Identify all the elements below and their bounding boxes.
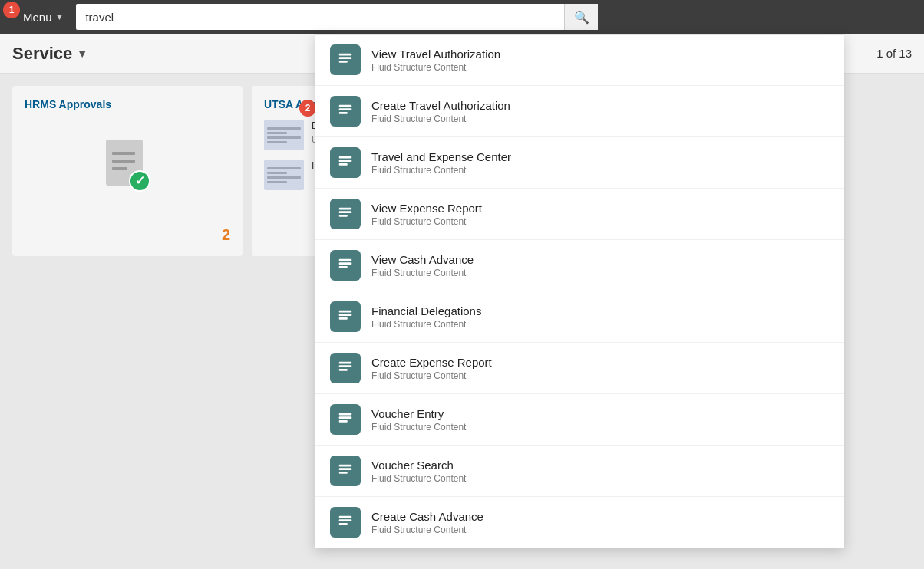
top-bar: 1 Menu ▼ 🔍	[0, 0, 924, 34]
service-title[interactable]: Service ▼	[12, 44, 87, 64]
search-input[interactable]	[76, 4, 564, 30]
item-icon-3	[330, 199, 361, 229]
svg-rect-14	[339, 160, 352, 162]
dropdown-item-8[interactable]: Voucher Search Fluid Structure Content	[315, 446, 844, 497]
svg-text:✓: ✓	[135, 174, 145, 187]
item-subtitle-2: Fluid Structure Content	[371, 165, 511, 176]
svg-rect-3	[112, 167, 127, 170]
svg-rect-36	[339, 523, 348, 525]
item-title-2: Travel and Expense Center	[371, 150, 511, 163]
dropdown-item-9[interactable]: Create Cash Advance Fluid Structure Cont…	[315, 497, 844, 548]
search-button[interactable]: 🔍	[564, 4, 598, 30]
svg-rect-29	[339, 416, 352, 419]
item-subtitle-3: Fluid Structure Content	[371, 216, 482, 227]
search-container: 🔍	[76, 4, 598, 30]
svg-rect-28	[339, 413, 352, 416]
svg-rect-32	[339, 468, 352, 470]
item-title-4: View Cash Advance	[371, 253, 474, 266]
item-subtitle-6: Fluid Structure Content	[371, 370, 492, 381]
item-text-9: Create Cash Advance Fluid Structure Cont…	[371, 510, 483, 535]
svg-rect-9	[339, 61, 348, 63]
card-number: 2	[222, 226, 230, 244]
card-icon-area: ✓	[25, 123, 230, 217]
thumb-line	[267, 176, 301, 179]
item-subtitle-9: Fluid Structure Content	[371, 525, 483, 535]
item-icon-1	[330, 96, 361, 127]
thumb-line	[267, 132, 287, 134]
dropdown-item-6[interactable]: Create Expense Report Fluid Structure Co…	[315, 343, 844, 394]
svg-rect-30	[339, 420, 348, 423]
svg-rect-23	[339, 314, 352, 316]
item-text-2: Travel and Expense Center Fluid Structur…	[371, 150, 511, 176]
thumb-line	[267, 136, 301, 139]
item-text-7: Voucher Entry Fluid Structure Content	[371, 407, 466, 433]
hrms-approvals-card: HRMS Approvals ✓ 2	[12, 86, 243, 256]
menu-button[interactable]: Menu ▼	[17, 8, 70, 27]
dropdown-item-5[interactable]: Financial Delegations Fluid Structure Co…	[315, 291, 844, 343]
item-subtitle-8: Fluid Structure Content	[371, 473, 466, 484]
item-title-0: View Travel Authorization	[371, 48, 500, 61]
badge-1: 1	[3, 2, 20, 18]
svg-rect-35	[339, 519, 352, 521]
item-text-8: Voucher Search Fluid Structure Content	[371, 459, 466, 484]
svg-rect-25	[339, 362, 352, 364]
svg-rect-21	[339, 266, 348, 268]
svg-rect-7	[339, 54, 352, 56]
item-title-9: Create Cash Advance	[371, 510, 483, 523]
item-title-3: View Expense Report	[371, 202, 482, 215]
item-icon-9	[330, 507, 361, 538]
item-icon-2	[330, 147, 361, 178]
item-title-8: Voucher Search	[371, 459, 466, 472]
svg-rect-16	[339, 208, 352, 210]
svg-rect-33	[339, 472, 348, 474]
svg-rect-19	[339, 259, 352, 261]
item-icon-0	[330, 44, 361, 75]
dropdown-item-1[interactable]: Create Travel Authorization Fluid Struct…	[315, 86, 844, 137]
item-text-1: Create Travel Authorization Fluid Struct…	[371, 99, 510, 124]
svg-rect-10	[339, 105, 352, 107]
item-icon-6	[330, 353, 361, 383]
item-subtitle-1: Fluid Structure Content	[371, 113, 510, 124]
badge-2: 2	[299, 100, 316, 117]
announcement-thumb-2	[264, 160, 304, 190]
svg-rect-22	[339, 311, 352, 313]
dropdown-item-3[interactable]: View Expense Report Fluid Structure Cont…	[315, 189, 844, 240]
menu-badge-wrapper: 1 Menu ▼	[9, 8, 70, 27]
card-title: HRMS Approvals	[25, 98, 230, 110]
svg-rect-1	[112, 152, 135, 155]
svg-rect-12	[339, 112, 348, 114]
item-icon-7	[330, 404, 361, 435]
item-text-6: Create Expense Report Fluid Structure Co…	[371, 356, 492, 381]
service-label: Service	[12, 44, 72, 64]
item-text-3: View Expense Report Fluid Structure Cont…	[371, 202, 482, 227]
svg-rect-11	[339, 108, 352, 110]
svg-rect-8	[339, 57, 352, 59]
svg-rect-27	[339, 369, 348, 371]
item-text-0: View Travel Authorization Fluid Structur…	[371, 48, 500, 73]
dropdown-item-4[interactable]: View Cash Advance Fluid Structure Conten…	[315, 240, 844, 291]
item-icon-4	[330, 250, 361, 281]
chevron-down-icon: ▼	[55, 12, 64, 22]
search-dropdown: View Travel Authorization Fluid Structur…	[315, 34, 844, 548]
svg-rect-31	[339, 465, 352, 467]
item-text-5: Financial Delegations Fluid Structure Co…	[371, 304, 481, 330]
item-title-6: Create Expense Report	[371, 356, 492, 369]
svg-rect-17	[339, 211, 352, 213]
dropdown-item-2[interactable]: Travel and Expense Center Fluid Structur…	[315, 137, 844, 189]
dropdown-item-7[interactable]: Voucher Entry Fluid Structure Content	[315, 394, 844, 446]
item-title-1: Create Travel Authorization	[371, 99, 510, 112]
svg-rect-15	[339, 163, 348, 166]
item-icon-8	[330, 456, 361, 486]
item-text-4: View Cash Advance Fluid Structure Conten…	[371, 253, 474, 278]
svg-rect-24	[339, 317, 348, 320]
dropdown-item-0[interactable]: View Travel Authorization Fluid Structur…	[315, 35, 844, 86]
svg-rect-26	[339, 365, 352, 367]
item-subtitle-7: Fluid Structure Content	[371, 422, 466, 433]
service-dropdown-icon: ▼	[77, 48, 87, 60]
svg-rect-18	[339, 215, 348, 217]
item-title-7: Voucher Entry	[371, 407, 466, 420]
menu-label: Menu	[23, 11, 52, 24]
thumb-line	[267, 141, 287, 143]
document-icon: ✓	[103, 138, 152, 202]
item-subtitle-4: Fluid Structure Content	[371, 268, 474, 278]
